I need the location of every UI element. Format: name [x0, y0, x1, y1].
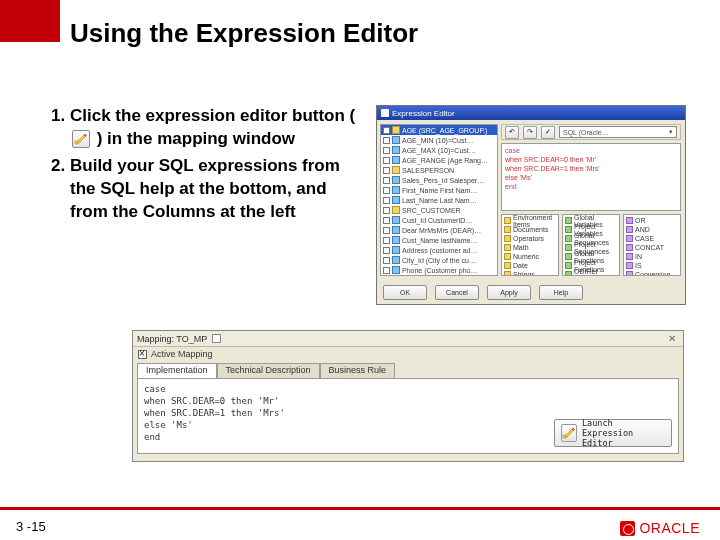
step-2: Build your SQL expressions from the SQL …	[70, 155, 368, 224]
code-line: case	[505, 147, 520, 154]
help-item: Date	[513, 262, 528, 269]
brand-logo: ORACLE	[620, 520, 700, 536]
steps-column: Click the expression editor button ( ) i…	[36, 105, 376, 315]
cancel-button[interactable]: Cancel	[435, 285, 479, 300]
mapping-header: Mapping: TO_MP ✕	[133, 331, 683, 347]
close-icon[interactable]: ✕	[665, 333, 679, 344]
tree-item-label: Last_Name Last Nam…	[402, 197, 477, 204]
tree-item-label: Phone (Customer pho…	[402, 267, 477, 274]
tree-item-label: SALESPERSON	[402, 167, 454, 174]
tab-technical-description[interactable]: Technical Description	[217, 363, 320, 379]
expression-editor-window: Expression Editor AGE (SRC_AGE_GROUP.) A…	[376, 105, 686, 305]
chevron-down-icon: ▾	[669, 128, 673, 136]
help-item: CASE	[635, 235, 654, 242]
tab-business-rule[interactable]: Business Rule	[320, 363, 396, 379]
help-item: Strings	[513, 271, 535, 276]
mapping-title: Mapping: TO_MP	[137, 334, 207, 344]
undo-button[interactable]: ↶	[505, 126, 519, 139]
code-line: else 'Ms'	[505, 173, 677, 182]
launch-expression-editor-button[interactable]: Launch Expression Editor	[554, 419, 672, 447]
help-item: AND	[635, 226, 650, 233]
ee-toolbar: ↶ ↷ ✓ SQL (Oracle… ▾	[501, 124, 681, 140]
ee-expression-textarea[interactable]: case when SRC.DEAR=0 then 'Mr' when SRC.…	[501, 143, 681, 211]
tree-item-label: AGE_MAX (10)=Cust…	[402, 147, 476, 154]
help-col-ops[interactable]: OR AND CASE CONCAT IN IS Conversion	[623, 214, 681, 276]
help-item: CONCAT	[635, 244, 664, 251]
code-line: when SRC.DEAR=0 then 'Mr'	[144, 395, 672, 407]
ee-sql-help: Environment Items Documents Operators Ma…	[501, 214, 681, 276]
content-row: Click the expression editor button ( ) i…	[36, 105, 684, 315]
active-mapping-label: Active Mapping	[151, 349, 213, 359]
active-mapping-checkbox[interactable]	[138, 350, 147, 359]
brand-text: ORACLE	[639, 520, 700, 536]
footer-divider	[0, 507, 720, 510]
help-item: Conversion	[635, 271, 670, 276]
step-1: Click the expression editor button ( ) i…	[70, 105, 368, 151]
ee-button-row: OK Cancel Apply Help	[383, 285, 583, 300]
pencil-icon	[561, 424, 577, 442]
header-accent-block	[0, 0, 60, 42]
figures-column: Expression Editor AGE (SRC_AGE_GROUP.) A…	[376, 105, 684, 315]
ee-body: AGE (SRC_AGE_GROUP.) AGE_MIN (10)=Cust… …	[377, 120, 685, 280]
validate-button[interactable]: ✓	[541, 126, 555, 139]
help-item: Documents	[513, 226, 548, 233]
steps-list: Click the expression editor button ( ) i…	[36, 105, 368, 224]
page-title: Using the Expression Editor	[70, 18, 418, 49]
tree-item-label: Cust_Name lastName…	[402, 237, 477, 244]
code-line: case	[144, 383, 672, 395]
help-item: Numeric	[513, 253, 539, 260]
help-item: OR	[635, 217, 646, 224]
apply-button[interactable]: Apply	[487, 285, 531, 300]
step-1-text-a: Click the expression editor button (	[70, 106, 355, 125]
mapping-code-editor[interactable]: case when SRC.DEAR=0 then 'Mr' when SRC.…	[137, 378, 679, 454]
mapping-panel: Mapping: TO_MP ✕ Active Mapping Implemen…	[132, 330, 684, 462]
syntax-dropdown[interactable]: SQL (Oracle… ▾	[559, 126, 677, 138]
tree-item-label: Sales_Pers_Id Salesper…	[402, 177, 484, 184]
ee-titlebar: Expression Editor	[377, 106, 685, 120]
expression-editor-icon	[72, 130, 90, 148]
tree-item-label: SRC_CUSTOMER	[402, 207, 461, 214]
window-icon	[381, 109, 389, 117]
tree-item-label: City_Id (City of the cu…	[402, 257, 476, 264]
help-item: IS	[635, 262, 642, 269]
help-item: Operators	[513, 235, 544, 242]
syntax-dropdown-label: SQL (Oracle…	[563, 129, 609, 136]
mapping-subheader: Active Mapping	[133, 347, 683, 361]
tree-item-label: AGE_MIN (10)=Cust…	[402, 137, 473, 144]
help-col-vars[interactable]: Global Variables Project Variables Globa…	[562, 214, 620, 276]
tree-item-label: Cust_Id CustomerID…	[402, 217, 472, 224]
tree-item-label: First_Name First Nam…	[402, 187, 477, 194]
ok-button[interactable]: OK	[383, 285, 427, 300]
code-line: when SRC.DEAR=0 then 'Mr'	[505, 155, 677, 164]
tree-item-label: AGE_RANGE (Age Rang…	[402, 157, 488, 164]
ee-title: Expression Editor	[392, 109, 455, 118]
code-line: end	[505, 183, 517, 190]
tree-item-label: Dear MrMsMrs (DEAR)…	[402, 227, 481, 234]
help-item: IN	[635, 253, 642, 260]
mapping-tabs: Implementation Technical Description Bus…	[133, 361, 683, 378]
help-col-categories[interactable]: Environment Items Documents Operators Ma…	[501, 214, 559, 276]
tree-item-label: Address (customer ad…	[402, 247, 477, 254]
ee-right-pane: ↶ ↷ ✓ SQL (Oracle… ▾ case when SRC.DEAR=…	[501, 124, 681, 276]
help-button[interactable]: Help	[539, 285, 583, 300]
tab-implementation[interactable]: Implementation	[137, 363, 217, 379]
help-item: Math	[513, 244, 529, 251]
oracle-icon	[620, 521, 635, 536]
ee-columns-tree[interactable]: AGE (SRC_AGE_GROUP.) AGE_MIN (10)=Cust… …	[380, 124, 498, 276]
redo-button[interactable]: ↷	[523, 126, 537, 139]
step-1-text-b: ) in the mapping window	[97, 129, 295, 148]
pin-icon[interactable]	[212, 334, 221, 343]
page-number: 3 -15	[16, 519, 46, 534]
launch-button-label: Launch Expression Editor	[582, 418, 665, 448]
code-line: when SRC.DEAR=1 then 'Mrs'	[505, 164, 677, 173]
tree-item-label: AGE (SRC_AGE_GROUP.)	[402, 127, 487, 134]
help-item: ODIRef Functions	[574, 268, 617, 277]
